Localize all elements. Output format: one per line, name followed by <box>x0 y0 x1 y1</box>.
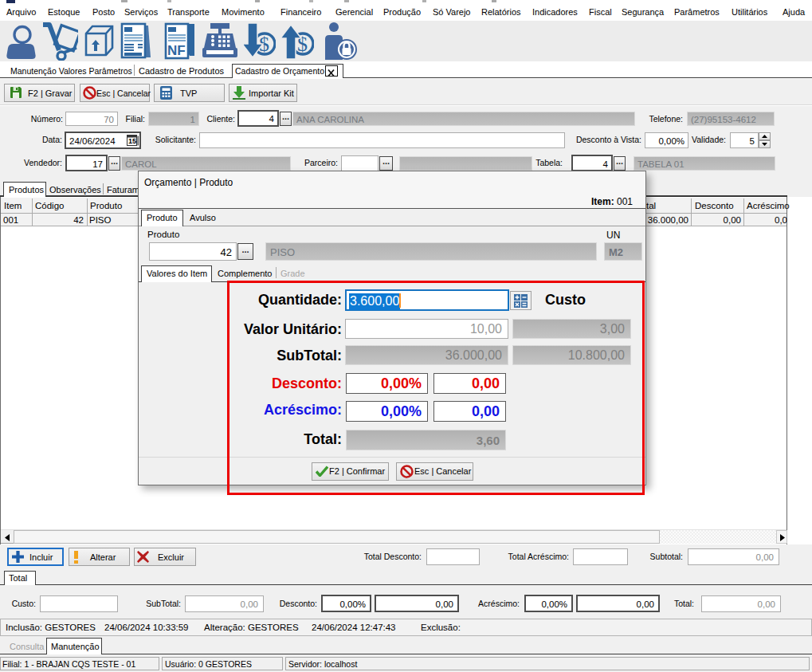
svg-text:NF: NF <box>167 43 186 58</box>
